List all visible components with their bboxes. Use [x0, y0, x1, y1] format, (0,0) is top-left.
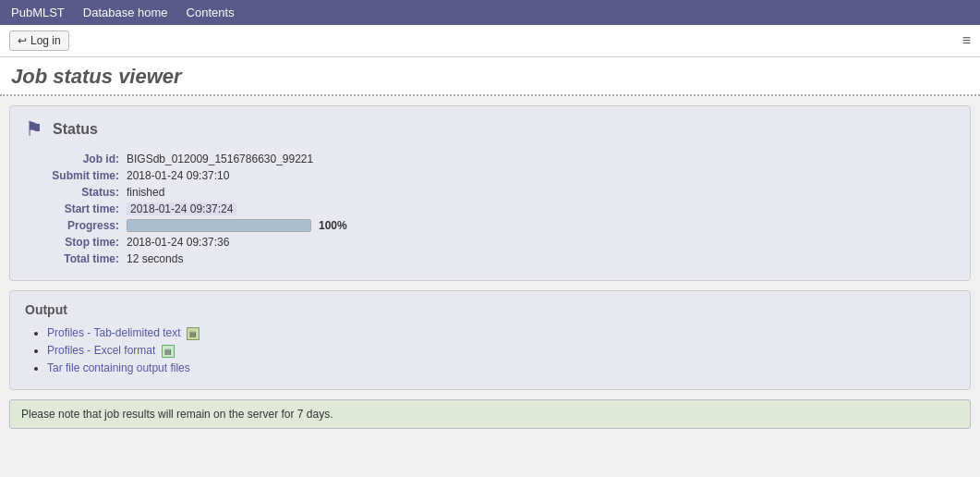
status-row-starttime: Start time: 2018-01-24 09:37:24 [34, 202, 955, 215]
tar-file-text: Tar file containing output files [47, 361, 190, 374]
progress-text: 100% [319, 219, 347, 232]
login-arrow-icon: ↩ [18, 34, 27, 47]
profiles-excel-link[interactable]: Profiles - Excel format [47, 344, 159, 357]
output-list: Profiles - Tab-delimited text ▤ Profiles… [47, 326, 955, 374]
value-stoptime: 2018-01-24 09:37:36 [127, 236, 229, 249]
login-button[interactable]: ↩ Log in [9, 31, 69, 51]
value-status: finished [127, 186, 164, 199]
profiles-tab-text: Profiles - Tab-delimited text [47, 326, 181, 339]
progress-bar-inner [127, 220, 310, 231]
top-nav: PubMLST Database home Contents [0, 0, 980, 25]
status-header: ⚑ Status [25, 117, 955, 141]
login-bar: ↩ Log in ≡ [0, 25, 980, 57]
label-status: Status: [34, 186, 127, 199]
main-content: ⚑ Status Job id: BIGSdb_012009_151678663… [0, 96, 980, 438]
note-bar: Please note that job results will remain… [9, 399, 971, 429]
output-panel: Output Profiles - Tab-delimited text ▤ P… [9, 290, 971, 390]
nav-database-home[interactable]: Database home [83, 6, 168, 19]
profiles-tab-link[interactable]: Profiles - Tab-delimited text [47, 326, 184, 339]
status-row-jobid: Job id: BIGSdb_012009_1516786630_99221 [34, 153, 955, 165]
status-row-stoptime: Stop time: 2018-01-24 09:37:36 [34, 236, 955, 249]
label-totaltime: Total time: [34, 252, 127, 265]
progress-bar-container: 100% [127, 219, 347, 232]
label-progress: Progress: [34, 219, 127, 232]
label-stoptime: Stop time: [34, 236, 127, 249]
value-submittime: 2018-01-24 09:37:10 [127, 169, 229, 182]
status-row-progress: Progress: 100% [34, 219, 955, 232]
output-header: Output [25, 302, 955, 317]
label-jobid: Job id: [34, 153, 127, 165]
hamburger-menu-icon[interactable]: ≡ [962, 32, 971, 49]
value-jobid: BIGSdb_012009_1516786630_99221 [127, 153, 313, 165]
status-row-totaltime: Total time: 12 seconds [34, 252, 955, 265]
note-text: Please note that job results will remain… [21, 408, 333, 421]
label-starttime: Start time: [34, 202, 127, 215]
status-row-status: Status: finished [34, 186, 955, 199]
flag-icon: ⚑ [25, 117, 43, 141]
xls-file-icon: ▤ [162, 345, 175, 358]
tar-file-link[interactable]: Tar file containing output files [47, 361, 190, 374]
page-title: Job status viewer [0, 57, 980, 96]
label-submittime: Submit time: [34, 169, 127, 182]
status-header-label: Status [53, 121, 98, 138]
login-label: Log in [30, 34, 61, 47]
value-totaltime: 12 seconds [127, 252, 183, 265]
status-table: Job id: BIGSdb_012009_1516786630_99221 S… [34, 153, 955, 265]
status-row-submittime: Submit time: 2018-01-24 09:37:10 [34, 169, 955, 182]
progress-bar-outer [127, 219, 311, 232]
nav-contents[interactable]: Contents [187, 6, 235, 19]
brand-link[interactable]: PubMLST [11, 6, 65, 19]
list-item: Profiles - Tab-delimited text ▤ [47, 326, 955, 340]
status-panel: ⚑ Status Job id: BIGSdb_012009_151678663… [9, 105, 971, 281]
list-item: Tar file containing output files [47, 361, 955, 374]
list-item: Profiles - Excel format ▤ [47, 344, 955, 358]
txt-file-icon: ▤ [187, 327, 200, 340]
profiles-excel-text: Profiles - Excel format [47, 344, 155, 357]
value-starttime: 2018-01-24 09:37:24 [127, 202, 236, 215]
